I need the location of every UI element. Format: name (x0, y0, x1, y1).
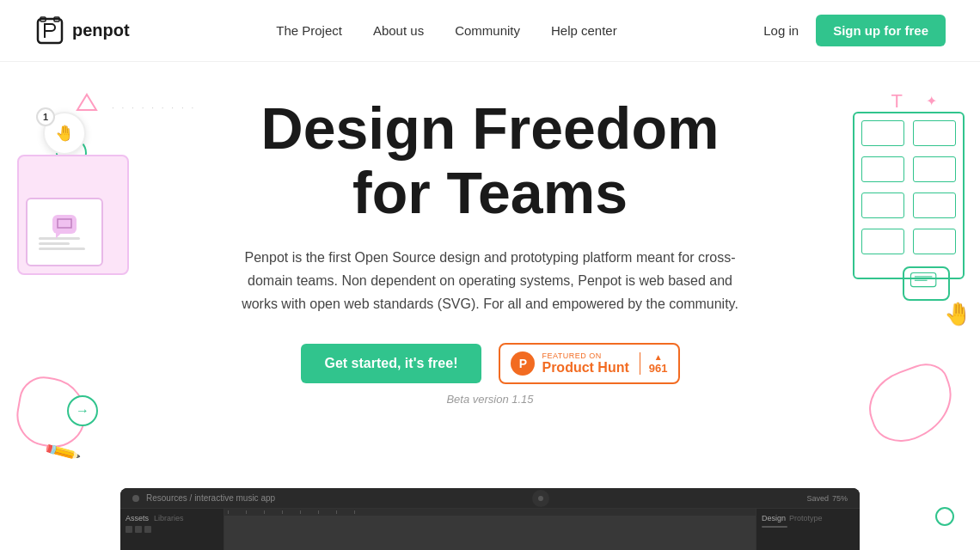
hero-title-line1: Design Freedom (261, 95, 720, 161)
product-hunt-badge[interactable]: P FEATURED ON Product Hunt ▲ 961 (499, 343, 679, 384)
app-center-button (532, 490, 549, 507)
signup-button[interactable]: Sign up for free (816, 15, 946, 46)
product-hunt-votes: ▲ 961 (640, 352, 668, 375)
product-hunt-text: FEATURED ON Product Hunt (542, 351, 628, 376)
hero-section: Design Freedom for Teams Penpot is the f… (0, 62, 980, 406)
app-preview-container: Resources / interactive music app Saved … (120, 488, 860, 550)
hero-subtitle: Penpot is the first Open Source design a… (241, 246, 739, 316)
logo[interactable]: penpot (34, 15, 130, 46)
hero-version: Beta version 1.15 (446, 393, 533, 406)
hero-title-line2: for Teams (352, 160, 628, 225)
product-hunt-logo: P (511, 351, 535, 376)
product-hunt-arrow: ▲ (654, 352, 663, 362)
app-right-panel: Design Prototype (756, 509, 860, 550)
product-hunt-count: 961 (649, 362, 668, 375)
ruler-tick (300, 510, 301, 514)
login-button[interactable]: Log in (763, 23, 799, 38)
app-topbar: Resources / interactive music app Saved … (120, 488, 860, 509)
ruler-tick (336, 510, 337, 514)
nav-actions: Log in Sign up for free (763, 15, 946, 46)
ruler-tick (264, 510, 265, 514)
ruler-tick (282, 510, 283, 514)
sidebar-icon (135, 526, 142, 533)
nav-help-center[interactable]: Help center (551, 23, 617, 38)
ruler-tick (228, 510, 229, 514)
app-zoom-label: 75% (832, 494, 848, 503)
product-hunt-name: Product Hunt (542, 360, 628, 376)
app-preview-window: Resources / interactive music app Saved … (120, 488, 860, 550)
hero-title: Design Freedom for Teams (261, 96, 720, 225)
design-tab: Design (762, 514, 786, 522)
panel-divider (762, 526, 787, 528)
assets-tab: Assets (126, 514, 149, 522)
ruler-tick (318, 510, 319, 514)
window-dot-1 (132, 495, 139, 502)
decorative-circle-small (935, 507, 954, 526)
app-left-sidebar: Assets Libraries (120, 509, 224, 550)
sidebar-icon (144, 526, 151, 533)
nav-the-project[interactable]: The Project (276, 23, 342, 38)
app-right-controls: Saved 75% (806, 494, 848, 503)
prototype-tab: Prototype (789, 514, 823, 522)
app-save-label: Saved (806, 494, 829, 503)
nav-links: The Project About us Community Help cent… (276, 23, 617, 38)
penpot-logo-icon (34, 15, 65, 46)
app-sidebar-tabs: Assets Libraries (126, 514, 218, 522)
ruler-tick (354, 510, 355, 514)
app-body: Assets Libraries (120, 509, 860, 550)
hero-cta-group: Get started, it's free! P FEATURED ON Pr… (301, 343, 680, 384)
get-started-button[interactable]: Get started, it's free! (301, 344, 482, 383)
product-hunt-featured: FEATURED ON (542, 351, 601, 360)
ruler-tick (246, 510, 247, 514)
decorative-pencil-icon: ✏️ (42, 432, 83, 472)
sidebar-icon (126, 526, 132, 533)
nav-community[interactable]: Community (455, 23, 520, 38)
sidebar-icons-row (126, 526, 218, 533)
libraries-tab: Libraries (154, 514, 184, 522)
brand-name: penpot (72, 21, 130, 40)
navbar: penpot The Project About us Community He… (0, 0, 980, 62)
app-center-dot (538, 496, 543, 501)
app-canvas (224, 509, 756, 550)
app-ruler (224, 509, 756, 516)
nav-about-us[interactable]: About us (373, 23, 424, 38)
app-breadcrumb: Resources / interactive music app (146, 493, 275, 503)
right-panel-tabs: Design Prototype (762, 514, 854, 522)
